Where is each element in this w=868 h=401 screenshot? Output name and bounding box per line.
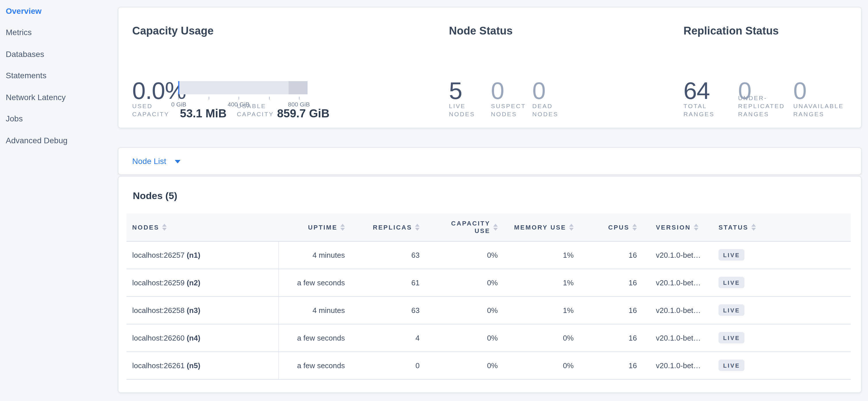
unavailable-ranges-label: UNAVAILABLE RANGES [793,102,848,118]
uptime-cell: 4 minutes [278,296,346,324]
memory-use-cell: 1% [499,269,575,296]
sidebar-item-jobs[interactable]: Jobs [0,108,118,130]
column-header-version[interactable]: VERSION [638,213,716,241]
node-list-dropdown[interactable]: Node List [132,156,181,166]
axis-tick [178,97,179,99]
node-address: localhost:26258 [132,306,185,314]
spacer-cell [785,296,851,324]
cluster-summary-card: Capacity Usage 0.0% 0 GiB 400 GiB 800 Gi… [118,7,862,128]
sort-icon[interactable] [415,224,420,231]
sort-icon[interactable] [340,224,345,231]
capacity-use-cell: 0% [421,351,499,379]
sidebar: Overview Metrics Databases Statements Ne… [0,0,118,401]
column-header-status[interactable]: STATUS [716,213,785,241]
spacer-cell [785,324,851,351]
capacity-use-cell: 0% [421,269,499,296]
table-row: localhost:26259 (n2) a few seconds 61 0%… [126,269,851,296]
capacity-bar-used-segment [178,81,179,94]
column-label: STATUS [718,224,748,231]
axis-tick [239,97,239,99]
node-address-cell[interactable]: localhost:26257 (n1) [126,241,278,269]
version-cell: v20.1.0-bet… [638,324,716,351]
status-cell: LIVE [716,351,785,379]
status-badge: LIVE [718,332,745,343]
sidebar-item-databases[interactable]: Databases [0,43,118,65]
column-header-capacity-use[interactable]: CAPACITY USE [421,213,499,241]
version-cell: v20.1.0-bet… [638,269,716,296]
used-capacity-label: USED CAPACITY [132,102,178,118]
live-nodes-label: LIVE NODES [449,102,486,118]
axis-tick [269,97,269,99]
status-badge: LIVE [718,304,745,316]
cpus-cell: 16 [575,296,638,324]
node-address-cell[interactable]: localhost:26259 (n2) [126,269,278,296]
status-badge: LIVE [718,277,745,288]
node-id: (n2) [187,278,200,287]
view-selector-card: Node List [118,147,862,175]
column-header-nodes[interactable]: NODES [126,213,278,241]
suspect-nodes-value: 0 [491,78,504,104]
uptime-cell: a few seconds [278,324,346,351]
axis-tick [208,97,209,99]
node-address-cell[interactable]: localhost:26260 (n4) [126,324,278,351]
dead-nodes-label: DEAD NODES [532,102,569,118]
spacer-cell [785,351,851,379]
uptime-cell: a few seconds [278,351,346,379]
replicas-cell: 63 [346,241,421,269]
sidebar-item-statements[interactable]: Statements [0,65,118,86]
sort-icon[interactable] [569,224,574,231]
column-label: NODES [132,224,159,231]
capacity-bar-other-segment [288,81,308,94]
node-address-cell[interactable]: localhost:26258 (n3) [126,296,278,324]
column-header-replicas[interactable]: REPLICAS [346,213,421,241]
capacity-use-cell: 0% [421,324,499,351]
sidebar-item-metrics[interactable]: Metrics [0,22,118,43]
under-replicated-ranges-label: UNDER-REPLICATED RANGES [738,94,791,118]
uptime-cell: 4 minutes [278,241,346,269]
status-badge: LIVE [718,249,745,261]
uptime-cell: a few seconds [278,269,346,296]
capacity-use-cell: 0% [421,241,499,269]
column-label: REPLICAS [373,224,412,231]
nodes-card: Nodes (5) NODES UPTIME [118,176,862,393]
node-id: (n4) [187,334,200,342]
table-row: localhost:26260 (n4) a few seconds 4 0% … [126,324,851,351]
column-header-cpus[interactable]: CPUS [575,213,638,241]
sidebar-item-overview[interactable]: Overview [0,0,118,22]
spacer-cell [785,241,851,269]
nodes-table: NODES UPTIME REPLICAS [126,213,851,379]
node-address-cell[interactable]: localhost:26261 (n5) [126,351,278,379]
status-cell: LIVE [716,296,785,324]
memory-use-cell: 1% [499,296,575,324]
sort-icon[interactable] [493,224,498,231]
status-cell: LIVE [716,324,785,351]
cpus-cell: 16 [575,241,638,269]
replicas-cell: 0 [346,351,421,379]
node-status-title: Node Status [449,25,513,37]
node-id: (n5) [187,361,200,370]
suspect-nodes-label: SUSPECT NODES [491,102,528,118]
total-ranges-value: 64 [683,78,710,104]
node-list-dropdown-label: Node List [132,156,166,166]
sort-icon[interactable] [632,224,637,231]
status-cell: LIVE [716,269,785,296]
dead-nodes-value: 0 [532,78,546,104]
sidebar-item-network-latency[interactable]: Network Latency [0,86,118,108]
column-label: VERSION [656,224,691,231]
column-header-uptime[interactable]: UPTIME [278,213,346,241]
table-row: localhost:26261 (n5) a few seconds 0 0% … [126,351,851,379]
sort-icon[interactable] [693,224,698,231]
replicas-cell: 63 [346,296,421,324]
node-address: localhost:26259 [132,278,185,287]
axis-tick [299,97,300,99]
nodes-table-title: Nodes (5) [133,191,177,202]
column-label: CPUS [608,224,629,231]
sidebar-item-advanced-debug[interactable]: Advanced Debug [0,130,118,151]
sort-icon[interactable] [162,224,167,231]
overview-page: Overview Metrics Databases Statements Ne… [0,0,868,401]
sort-icon[interactable] [751,224,756,231]
spacer-cell [785,269,851,296]
cpus-cell: 16 [575,324,638,351]
chevron-down-icon [175,160,181,163]
column-header-memory-use[interactable]: MEMORY USE [499,213,575,241]
